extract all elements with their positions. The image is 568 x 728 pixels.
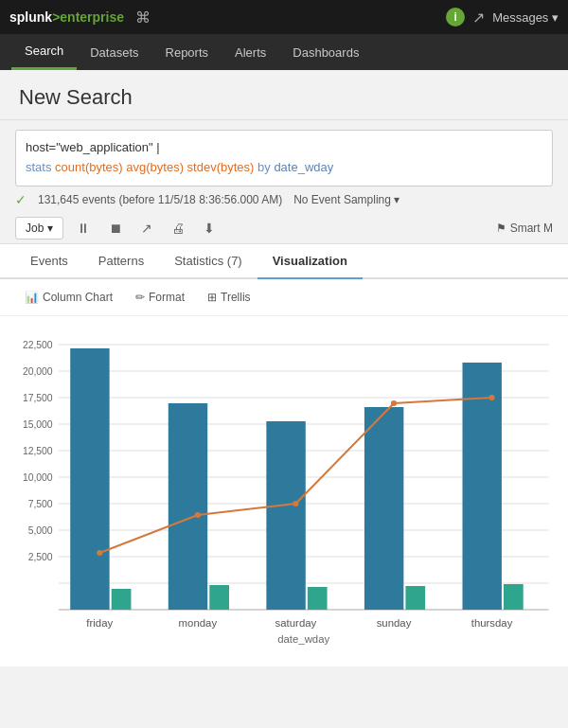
column-chart-icon: 📊 xyxy=(25,291,39,304)
stop-icon[interactable]: ⏹ xyxy=(103,217,128,240)
bar-friday-avg xyxy=(112,589,132,610)
format-label: Format xyxy=(149,291,185,304)
tab-patterns[interactable]: Patterns xyxy=(83,244,159,279)
arrow-icon[interactable]: ↗ xyxy=(472,9,485,27)
xlabel-sunday: sunday xyxy=(377,617,412,629)
trellis-label: Trellis xyxy=(221,291,251,304)
dot-thursday xyxy=(488,395,494,400)
tab-visualization[interactable]: Visualization xyxy=(257,244,363,279)
chart-type-button[interactable]: 📊 Column Chart xyxy=(15,287,122,308)
search-by-kw: by xyxy=(257,160,271,174)
tabs-bar: Events Patterns Statistics (7) Visualiza… xyxy=(0,244,568,279)
xlabel-friday: friday xyxy=(86,617,113,629)
smart-mode-label: ⚑ Smart M xyxy=(496,222,553,235)
viz-toolbar: 📊 Column Chart ✏ Format ⊞ Trellis xyxy=(0,279,568,316)
chart-svg: 22,500 20,000 17,500 15,000 12,500 10,00… xyxy=(9,326,559,648)
logo-enterprise: >enterprise xyxy=(52,9,124,25)
tab-events[interactable]: Events xyxy=(15,244,83,279)
bar-monday-count xyxy=(169,403,207,610)
trellis-icon: ⊞ xyxy=(207,291,217,304)
page-content: New Search host="web_application" | stat… xyxy=(0,70,568,666)
nav-dashboards[interactable]: Dashboards xyxy=(279,34,372,70)
svg-text:12,500: 12,500 xyxy=(23,446,53,456)
search-stats-kw: stats xyxy=(26,160,51,174)
bar-sunday-count xyxy=(364,407,403,610)
tab-statistics[interactable]: Statistics (7) xyxy=(159,244,257,279)
events-count: 131,645 events (before 11/5/18 8:36:56.0… xyxy=(38,193,282,206)
search-fn2: avg(bytes) xyxy=(126,160,184,174)
info-icon[interactable]: i xyxy=(446,8,465,27)
nav-alerts[interactable]: Alerts xyxy=(222,34,279,70)
page-title: New Search xyxy=(19,85,549,110)
print-icon[interactable]: 🖨 xyxy=(166,217,190,240)
toolbar: Job ▾ ⏸ ⏹ ↗ 🖨 ⬇ ⚑ Smart M xyxy=(0,213,568,244)
chart-container: 22,500 20,000 17,500 15,000 12,500 10,00… xyxy=(0,316,568,666)
dot-saturday xyxy=(293,501,298,506)
svg-text:2,500: 2,500 xyxy=(28,552,53,562)
status-check-icon: ✓ xyxy=(15,192,27,207)
format-icon: ✏ xyxy=(135,291,145,304)
page-title-bar: New Search xyxy=(0,70,568,120)
download-icon[interactable]: ⬇ xyxy=(198,217,221,240)
top-bar-left: splunk>enterprise ⌘ xyxy=(9,9,151,27)
sampling-label: No Event Sampling xyxy=(293,193,391,206)
chart-type-label: Column Chart xyxy=(43,291,113,304)
send-icon[interactable]: ↗ xyxy=(135,217,158,240)
activity-icon[interactable]: ⌘ xyxy=(135,9,151,27)
bar-saturday-count xyxy=(266,421,305,610)
top-bar: splunk>enterprise ⌘ i ↗ Messages ▾ xyxy=(0,0,568,34)
nav-search[interactable]: Search xyxy=(11,34,77,70)
nav-datasets[interactable]: Datasets xyxy=(77,34,151,70)
svg-text:17,500: 17,500 xyxy=(23,393,53,403)
splunk-logo: splunk>enterprise xyxy=(9,9,124,25)
job-chevron: ▾ xyxy=(47,222,53,235)
dot-monday xyxy=(195,512,201,518)
bar-sunday-avg xyxy=(405,586,425,610)
svg-text:20,000: 20,000 xyxy=(23,366,53,377)
dot-sunday xyxy=(391,400,397,406)
job-label: Job xyxy=(26,222,44,235)
bar-saturday-avg xyxy=(308,587,328,610)
top-bar-right: i ↗ Messages ▾ xyxy=(446,8,559,27)
bar-friday-count xyxy=(70,348,109,610)
messages-label: Messages xyxy=(492,10,548,25)
pause-icon[interactable]: ⏸ xyxy=(71,217,96,240)
trellis-button[interactable]: ⊞ Trellis xyxy=(198,287,260,308)
dot-friday xyxy=(97,550,102,556)
bar-monday-avg xyxy=(209,585,229,610)
svg-text:10,000: 10,000 xyxy=(23,472,53,483)
search-fn1: count(bytes) xyxy=(55,160,123,174)
x-axis-field-label: date_wday xyxy=(277,633,329,645)
xlabel-monday: monday xyxy=(179,617,218,629)
svg-text:22,500: 22,500 xyxy=(23,340,53,350)
search-line1: host="web_application" | xyxy=(26,140,160,154)
xlabel-saturday: saturday xyxy=(275,617,317,629)
job-button[interactable]: Job ▾ xyxy=(15,217,63,240)
search-area[interactable]: host="web_application" | stats count(byt… xyxy=(15,130,553,186)
no-sampling-dropdown[interactable]: No Event Sampling ▾ xyxy=(293,193,399,206)
svg-text:7,500: 7,500 xyxy=(28,499,53,509)
svg-text:5,000: 5,000 xyxy=(28,525,53,536)
messages-button[interactable]: Messages ▾ xyxy=(492,10,559,25)
xlabel-thursday: thursday xyxy=(471,617,513,629)
search-query: host="web_application" | stats count(byt… xyxy=(26,138,542,178)
search-fn3: stdev(bytes) xyxy=(187,160,255,174)
nav-reports[interactable]: Reports xyxy=(152,34,222,70)
main-nav: Search Datasets Reports Alerts Dashboard… xyxy=(0,34,568,70)
format-button[interactable]: ✏ Format xyxy=(126,287,194,308)
search-field: date_wday xyxy=(274,160,333,174)
sampling-chevron: ▾ xyxy=(394,193,399,206)
status-bar: ✓ 131,645 events (before 11/5/18 8:36:56… xyxy=(0,186,568,213)
bar-thursday-avg xyxy=(504,584,524,610)
svg-text:15,000: 15,000 xyxy=(23,419,53,430)
